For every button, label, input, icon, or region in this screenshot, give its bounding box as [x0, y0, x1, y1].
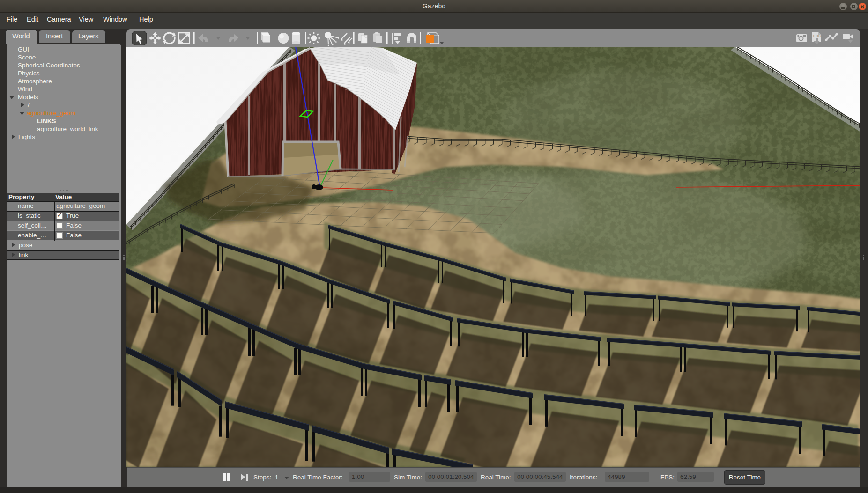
svg-text:LOG: LOG	[813, 34, 821, 38]
